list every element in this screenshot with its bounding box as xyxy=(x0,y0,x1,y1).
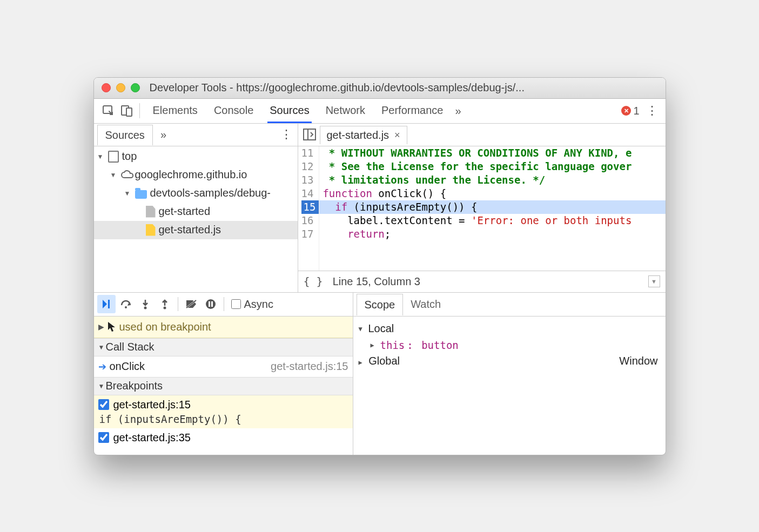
scope-local[interactable]: ▼ Local xyxy=(359,321,660,337)
tree-label: googlechrome.github.io xyxy=(135,169,247,181)
file-tab-label: get-started.js xyxy=(327,129,389,142)
svg-point-7 xyxy=(144,307,146,309)
inspect-element-icon[interactable] xyxy=(99,102,118,120)
svg-point-6 xyxy=(125,306,127,308)
close-tab-icon[interactable]: × xyxy=(394,130,400,141)
frame-icon xyxy=(108,151,119,163)
debugger-left-pane: Async ▶ used on breakpoint ▼ Call Stack … xyxy=(94,293,353,455)
document-icon xyxy=(146,206,156,218)
file-tab-get-started-js[interactable]: get-started.js × xyxy=(320,126,407,144)
svg-point-8 xyxy=(163,307,166,309)
minimize-window-button[interactable] xyxy=(116,83,125,92)
debugger-pane: Async ▶ used on breakpoint ▼ Call Stack … xyxy=(94,292,666,455)
expand-icon: ▼ xyxy=(97,153,105,160)
pause-on-exceptions-button[interactable] xyxy=(201,295,220,313)
scope-watch-pane: Scope Watch ▼ Local ▶ this: button ▶ Glo… xyxy=(353,293,666,455)
error-count: 1 xyxy=(633,105,639,117)
callstack-header[interactable]: ▼ Call Stack xyxy=(94,338,353,356)
callstack-label: Call Stack xyxy=(106,341,155,353)
breakpoint-row[interactable]: get-started.js:15 if (inputsAreEmpty()) … xyxy=(94,395,353,428)
expand-icon: ▼ xyxy=(98,382,106,390)
tree-node-folder[interactable]: ▼ devtools-samples/debug- xyxy=(94,184,298,203)
sources-body: Sources » ⋮ ▼ top ▼ googlechrome.github.… xyxy=(94,124,666,292)
scope-this[interactable]: ▶ this: button xyxy=(359,337,660,353)
editor-pane: get-started.js × 11121314151617 * WITHOU… xyxy=(298,124,666,292)
cloud-icon xyxy=(121,169,132,181)
svg-point-11 xyxy=(206,299,216,309)
navigator-menu-button[interactable]: ⋮ xyxy=(278,127,294,142)
scope-tree: ▼ Local ▶ this: button ▶ Global Window xyxy=(353,316,666,455)
tree-label: get-started xyxy=(159,205,211,218)
navigator-toggle-icon[interactable] xyxy=(299,129,320,140)
tree-node-file-html[interactable]: get-started xyxy=(94,203,298,221)
scope-global[interactable]: ▶ Global Window xyxy=(359,353,660,369)
deactivate-breakpoints-button[interactable] xyxy=(182,295,200,313)
frame-function: onClick xyxy=(110,360,145,373)
breakpoint-location: get-started.js:15 xyxy=(113,399,191,411)
error-icon xyxy=(621,106,631,116)
async-label: Async xyxy=(244,298,273,311)
scope-this-key: this xyxy=(380,339,405,351)
panel-tabs: Elements Console Sources Network Perform… xyxy=(151,99,446,123)
devtools-window: Developer Tools - https://googlechrome.g… xyxy=(93,77,666,455)
step-over-button[interactable] xyxy=(117,295,135,313)
breakpoints-header[interactable]: ▼ Breakpoints xyxy=(94,377,353,395)
editor-statusbar: { } Line 15, Column 3 ▼ xyxy=(298,271,666,292)
navigator-tabs: Sources » ⋮ xyxy=(94,124,298,146)
step-into-button[interactable] xyxy=(136,295,155,313)
svg-rect-13 xyxy=(211,301,213,307)
expand-icon: ▶ xyxy=(359,359,362,366)
breakpoints-label: Breakpoints xyxy=(106,380,163,392)
error-count-badge[interactable]: 1 xyxy=(621,105,639,117)
tree-node-file-js[interactable]: get-started.js xyxy=(94,221,298,239)
tab-performance[interactable]: Performance xyxy=(379,99,446,123)
js-file-icon xyxy=(146,224,156,236)
tab-network[interactable]: Network xyxy=(324,99,367,123)
tab-console[interactable]: Console xyxy=(212,99,256,123)
folder-icon xyxy=(135,190,147,199)
devtools-menu-button[interactable]: ⋮ xyxy=(644,104,660,118)
expand-icon: ▶ xyxy=(371,341,378,349)
subtab-overflow[interactable]: » xyxy=(160,129,166,141)
tabs-overflow-button[interactable]: » xyxy=(455,105,461,117)
file-tree: ▼ top ▼ googlechrome.github.io ▼ devtool… xyxy=(94,146,298,239)
close-window-button[interactable] xyxy=(102,83,111,92)
statusbar-dropdown[interactable]: ▼ xyxy=(648,275,660,287)
editor-tabs: get-started.js × xyxy=(298,124,666,146)
tree-node-domain[interactable]: ▼ googlechrome.github.io xyxy=(94,166,298,184)
toolbar-separator xyxy=(224,297,224,311)
debugger-toolbar: Async xyxy=(94,293,353,316)
breakpoint-checkbox[interactable] xyxy=(98,399,109,410)
breakpoint-row[interactable]: get-started.js:35 xyxy=(94,428,353,447)
scope-global-label: Global xyxy=(368,355,400,367)
svg-rect-12 xyxy=(209,301,210,307)
scope-this-value: button xyxy=(421,339,459,351)
svg-rect-5 xyxy=(108,300,110,308)
pretty-print-button[interactable]: { } xyxy=(304,275,323,288)
main-toolbar: Elements Console Sources Network Perform… xyxy=(94,99,666,124)
callstack-frame[interactable]: ➔ onClick get-started.js:15 xyxy=(94,356,353,377)
resume-button[interactable] xyxy=(97,295,116,313)
subtab-sources[interactable]: Sources xyxy=(97,125,153,145)
async-checkbox-input[interactable] xyxy=(231,299,241,309)
code-content[interactable]: * WITHOUT WARRANTIES OR CONDITIONS OF AN… xyxy=(319,146,665,271)
tab-sources[interactable]: Sources xyxy=(267,99,311,123)
tree-node-top[interactable]: ▼ top xyxy=(94,147,298,166)
code-editor[interactable]: 11121314151617 * WITHOUT WARRANTIES OR C… xyxy=(298,146,666,271)
window-titlebar: Developer Tools - https://googlechrome.g… xyxy=(94,78,666,99)
tab-elements[interactable]: Elements xyxy=(151,99,200,123)
async-checkbox[interactable]: Async xyxy=(231,298,273,311)
tab-scope[interactable]: Scope xyxy=(357,294,404,315)
cursor-position: Line 15, Column 3 xyxy=(333,275,420,288)
tree-label: get-started.js xyxy=(159,224,221,236)
toggle-device-icon[interactable] xyxy=(118,102,136,120)
tab-watch[interactable]: Watch xyxy=(403,294,448,315)
zoom-window-button[interactable] xyxy=(131,83,140,92)
paused-banner: ▶ used on breakpoint xyxy=(94,316,353,338)
line-gutter[interactable]: 11121314151617 xyxy=(298,146,320,271)
svg-rect-3 xyxy=(304,129,315,140)
step-out-button[interactable] xyxy=(156,295,174,313)
toolbar-separator xyxy=(178,297,178,311)
frame-location: get-started.js:15 xyxy=(271,360,348,373)
breakpoint-checkbox[interactable] xyxy=(98,432,109,443)
